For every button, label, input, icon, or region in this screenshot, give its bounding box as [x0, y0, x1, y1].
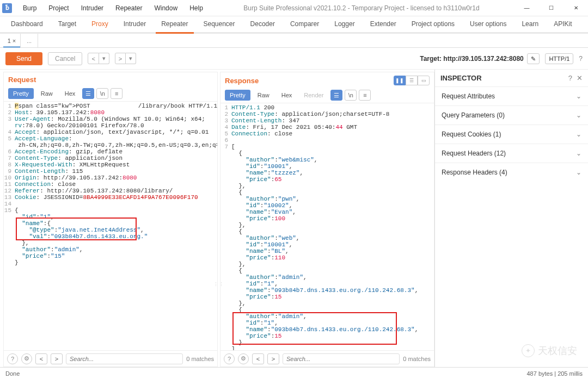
content-area: Request Pretty Raw Hex ☰ \n ≡ 1Pspan cla…: [0, 70, 588, 367]
cancel-button[interactable]: Cancel: [48, 52, 82, 65]
inspector-row-label: Response Headers (4): [442, 169, 507, 176]
tab-extender[interactable]: Extender: [363, 16, 404, 32]
tab-project-options[interactable]: Project options: [404, 16, 462, 32]
history-back-group: < ▾: [88, 53, 109, 64]
app-icon: ƀ: [2, 3, 12, 13]
search-prev-icon[interactable]: <: [35, 353, 47, 364]
res-view-pretty[interactable]: Pretty: [225, 90, 250, 101]
newline-icon[interactable]: \n: [96, 88, 108, 99]
target-display[interactable]: Target: http://39.105.137.242:8080 ✎: [420, 55, 540, 63]
tool-tabs: Dashboard Target Proxy Intruder Repeater…: [0, 16, 588, 34]
status-right: 487 bytes | 205 millis: [526, 370, 583, 377]
response-match-count: 0 matches: [403, 356, 431, 362]
layout-rows-icon[interactable]: ☰: [406, 76, 418, 85]
request-match-count: 0 matches: [186, 356, 214, 362]
request-editor[interactable]: 1Pspan class="kw">POST /library/book HTT…: [4, 102, 217, 350]
inspector-panel: INSPECTOR ? ✕ Request Attributes⌄ Query …: [434, 70, 588, 367]
repeater-subtabs: 1 × ...: [0, 34, 588, 48]
layout-toggle: ❚❚ ☰ ▭: [394, 76, 430, 85]
search-help-icon[interactable]: ?: [7, 353, 18, 364]
tab-target[interactable]: Target: [51, 16, 84, 32]
subtab-1[interactable]: 1 ×: [3, 34, 21, 47]
tab-decoder[interactable]: Decoder: [243, 16, 283, 32]
target-value: http://39.105.137.242:8080: [443, 55, 523, 63]
inspector-query-parameters[interactable]: Query Parameters (0)⌄: [435, 105, 588, 125]
history-fwd-button[interactable]: >: [115, 53, 126, 64]
help-icon[interactable]: ?: [579, 55, 583, 63]
window-title: Burp Suite Professional v2021.10.2 - Tem…: [209, 4, 514, 12]
tab-proxy[interactable]: Proxy: [84, 16, 116, 32]
chevron-down-icon: ⌄: [576, 150, 581, 157]
layout-columns-icon[interactable]: ❚❚: [394, 76, 406, 85]
search-settings-icon[interactable]: ⚙: [21, 353, 32, 364]
tab-logger[interactable]: Logger: [327, 16, 362, 32]
send-button[interactable]: Send: [5, 52, 42, 65]
response-footer: ? ⚙ < > 0 matches: [220, 350, 434, 366]
menu-window[interactable]: Window: [149, 2, 183, 14]
menubar: Burp Project Intruder Repeater Window He…: [17, 2, 209, 14]
panes: Request Pretty Raw Hex ☰ \n ≡ 1Pspan cla…: [0, 70, 434, 367]
response-pane-head: Response ❚❚ ☰ ▭: [220, 72, 434, 88]
edit-target-icon[interactable]: ✎: [527, 53, 540, 64]
inspector-response-headers[interactable]: Response Headers (4)⌄: [435, 163, 588, 182]
tab-sequencer[interactable]: Sequencer: [196, 16, 243, 32]
res-search-help-icon[interactable]: ?: [224, 353, 235, 364]
tab-apikit[interactable]: APIKit: [546, 16, 579, 32]
request-search-input[interactable]: [66, 353, 183, 364]
inspector-row-label: Request Cookies (1): [442, 131, 501, 138]
request-footer: ? ⚙ < > 0 matches: [4, 350, 217, 366]
inspector-close-icon[interactable]: ✕: [577, 74, 583, 82]
view-hex[interactable]: Hex: [60, 88, 81, 99]
http-version-pill[interactable]: HTTP/1: [545, 53, 573, 64]
layout-tabs-icon[interactable]: ▭: [418, 76, 430, 85]
wrap-icon[interactable]: ≡: [111, 88, 122, 99]
response-editor[interactable]: 1HTTP/1.1 2002Content-Type: application/…: [220, 103, 434, 350]
view-raw[interactable]: Raw: [36, 88, 58, 99]
history-fwd-group: > ▾: [115, 53, 136, 64]
status-left: Done: [5, 370, 20, 377]
history-fwd-menu[interactable]: ▾: [126, 53, 136, 64]
chevron-down-icon: ⌄: [576, 131, 581, 138]
request-pane: Request Pretty Raw Hex ☰ \n ≡ 1Pspan cla…: [3, 72, 218, 367]
response-search-input[interactable]: [283, 353, 400, 364]
inspector-help-icon[interactable]: ?: [568, 74, 572, 82]
tab-learn[interactable]: Learn: [514, 16, 546, 32]
menu-burp[interactable]: Burp: [17, 2, 42, 14]
res-actions-icon[interactable]: ☰: [330, 90, 342, 101]
response-title: Response: [225, 77, 259, 85]
watermark-icon: ✦: [522, 344, 535, 357]
menu-project[interactable]: Project: [43, 2, 74, 14]
inspector-request-headers[interactable]: Request Headers (12)⌄: [435, 144, 588, 163]
actions-icon[interactable]: ☰: [82, 88, 94, 99]
tab-user-options[interactable]: User options: [462, 16, 514, 32]
menu-help[interactable]: Help: [184, 2, 209, 14]
menu-intruder[interactable]: Intruder: [76, 2, 109, 14]
view-pretty[interactable]: Pretty: [8, 88, 34, 99]
tab-comparer[interactable]: Comparer: [283, 16, 327, 32]
res-newline-icon[interactable]: \n: [345, 90, 357, 101]
history-back-button[interactable]: <: [88, 53, 99, 64]
close-button[interactable]: ✕: [564, 0, 588, 16]
tab-intruder[interactable]: Intruder: [116, 16, 154, 32]
maximize-button[interactable]: ☐: [539, 0, 564, 16]
inspector-row-label: Query Parameters (0): [442, 111, 505, 119]
res-search-settings-icon[interactable]: ⚙: [238, 353, 249, 364]
subtab-new[interactable]: ...: [21, 34, 38, 47]
menu-repeater[interactable]: Repeater: [110, 2, 148, 14]
res-view-hex[interactable]: Hex: [277, 90, 297, 101]
tab-repeater[interactable]: Repeater: [154, 16, 195, 32]
watermark-text: 天权信安: [538, 344, 577, 357]
history-back-menu[interactable]: ▾: [99, 53, 109, 64]
res-wrap-icon[interactable]: ≡: [359, 90, 371, 101]
minimize-button[interactable]: —: [514, 0, 539, 16]
res-search-prev-icon[interactable]: <: [252, 353, 264, 364]
tab-dashboard[interactable]: Dashboard: [3, 16, 51, 32]
inspector-header: INSPECTOR ? ✕: [435, 70, 588, 86]
target-label: Target:: [420, 55, 442, 63]
res-view-render[interactable]: Render: [299, 90, 328, 101]
inspector-request-attributes[interactable]: Request Attributes⌄: [435, 86, 588, 105]
res-view-raw[interactable]: Raw: [253, 90, 274, 101]
inspector-request-cookies[interactable]: Request Cookies (1)⌄: [435, 125, 588, 144]
res-search-next-icon[interactable]: >: [267, 353, 279, 364]
search-next-icon[interactable]: >: [51, 353, 63, 364]
